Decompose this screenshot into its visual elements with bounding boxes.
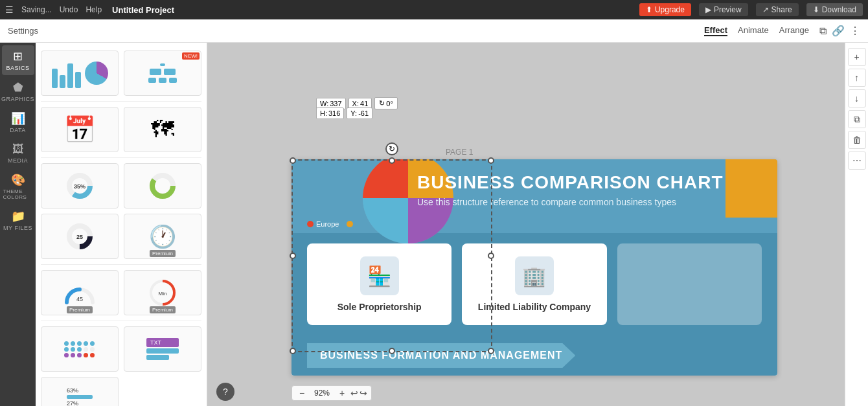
sidebar-item-basics[interactable]: ⊞ BASICS [2,45,34,75]
sidebar-item-media[interactable]: 🖼 MEDIA [2,139,34,168]
zoom-plus-button[interactable]: + [336,387,348,399]
donut-35-chart: 35% [65,172,94,200]
download-button[interactable]: ⬇ Download [806,3,863,16]
myfiles-icon: 📁 [11,209,25,223]
graphics-icon: ⬟ [13,80,23,95]
tab-effect[interactable]: Effect [704,25,727,36]
panel-item-gauge-dial[interactable]: Min Premium [124,270,201,315]
svg-text:35%: 35% [74,183,86,190]
more-options-button[interactable]: ⋮ [850,25,860,37]
legend-dot-europe [307,221,314,227]
height-box[interactable]: H: 316 [316,107,344,119]
tab-animate[interactable]: Animate [738,25,769,36]
data-icon: 📊 [11,111,25,126]
basics-icon: ⊞ [13,49,23,63]
dimension-bar-row2: H: 316 Y: -61 [316,107,372,119]
left-sidebar: ⊞ BASICS ⬟ GRAPHICS 📊 DATA 🖼 MEDIA 🎨 THE… [0,43,36,406]
header-text: BUSINESS COMPARISON CHART Use this struc… [307,172,762,207]
svg-text:Min: Min [159,291,167,297]
zoom-minus-button[interactable]: − [296,387,308,399]
panel-row-1: NEW! [41,48,201,98]
panel-item-dots[interactable] [41,326,119,372]
share-button[interactable]: ↗ Share [756,3,799,16]
panel-item-txt-bar[interactable]: TXT [124,326,201,372]
org-chart-preview [148,63,177,83]
sidebar-item-theme[interactable]: 🎨 THEME COLORS [2,169,34,204]
preview-button[interactable]: ▶ Preview [699,3,748,16]
saving-status: Saving... [21,5,52,14]
tab-arrange[interactable]: Arrange [779,25,809,36]
donut-green-chart [148,172,177,200]
bottom-arrow: BUSINESS FORMATION AND MANAGEMENT [307,343,575,368]
progress-preview: 63% 27% [67,387,93,406]
panel-item-progress-63-27[interactable]: 63% 27% [41,377,119,406]
help-button[interactable]: ? [216,383,234,401]
h-label: H: [320,109,327,117]
txt-bar-preview: TXT [146,338,179,360]
more-button[interactable]: ⋯ [848,152,866,170]
legend-label-europe: Europe [316,220,339,228]
panel-item-donut-35[interactable]: 35% [41,163,119,209]
zoom-bar: − 92% + ↩ ↪ [291,385,372,401]
card-sole-proprietorship[interactable]: 🏪 Sole Proprietorship [307,243,451,325]
menu-icon[interactable]: ☰ [5,5,14,15]
panel-item-calendar[interactable]: 📅 [41,107,119,152]
bottom-banner: BUSINESS FORMATION AND MANAGEMENT [291,335,777,376]
panel-item-donut-green[interactable] [124,163,201,209]
panel-item-clock[interactable]: 🕐 Premium [124,214,201,259]
panel-item-gauge-45[interactable]: 45 Premium [41,270,119,315]
canvas-area[interactable]: W: 337 X: 41 ↻ 0° H: 316 Y: -61 PAGE 1 [207,43,845,406]
help-button[interactable]: Help [86,5,102,14]
copy-button[interactable]: ⧉ [848,110,866,128]
gauge-dial-chart: Min [146,276,179,309]
gaugeDial-premium-badge: Premium [150,306,176,313]
sidebar-item-graphics[interactable]: ⬟ GRAPHICS [2,76,34,106]
y-pos-box[interactable]: Y: -61 [347,107,372,119]
copy-style-button[interactable]: ⧉ [819,25,827,37]
bottom-title: BUSINESS FORMATION AND MANAGEMENT [320,350,562,361]
upgrade-button[interactable]: ⬆ Upgrade [639,3,691,16]
undo-button[interactable]: Undo [60,5,78,14]
link-button[interactable]: 🔗 [832,25,845,37]
panel-divider-2 [41,157,201,158]
preview-icon: ▶ [705,5,711,14]
y-value: -61 [358,109,369,117]
panel-item-world-map[interactable]: 🗺 [124,107,201,152]
panel-row-4: 45 Premium Min Premium [41,267,201,318]
svg-text:25: 25 [76,234,83,240]
rotate-handle[interactable]: ↻ [385,142,398,155]
rotate-box[interactable]: ↻ 0° [374,97,398,109]
gauge-45-chart: 45 [63,276,96,309]
toolbar-tabs: Effect Animate Arrange [704,25,809,36]
undo-redo-redo[interactable]: ↪ [360,388,367,398]
panel-row-5: TXT 63% 27% [41,324,201,406]
sidebar-item-data[interactable]: 📊 DATA [2,107,34,137]
move-up-button[interactable]: ↑ [848,69,866,87]
sidebar-item-myfiles[interactable]: 📁 MY FILES [2,205,34,235]
panel-divider-4 [41,321,201,321]
right-toolbar: + ↑ ↓ ⧉ 🗑 ⋯ [845,43,868,406]
delete-button[interactable]: 🗑 [848,131,866,149]
panel-item-bar-pie[interactable] [41,51,119,96]
add-element-button[interactable]: + [848,48,866,66]
panel-item-org-chart[interactable]: NEW! [124,51,201,96]
clock-icon: 🕐 [149,223,176,249]
project-title[interactable]: Untitled Project [112,5,174,15]
card-llc[interactable]: 🏢 Limited Liability Company [462,243,606,325]
infographic-header: BUSINESS COMPARISON CHART Use this struc… [291,159,777,218]
new-badge: NEW! [182,52,200,60]
building-icon: 🏢 [515,256,554,295]
panel-row-2: 📅 🗺 [41,104,201,155]
infographic-subtitle: Use this structure reference to compare … [417,197,762,207]
share-icon: ↗ [762,5,769,14]
move-down-button[interactable]: ↓ [848,89,866,107]
h-value: 316 [328,109,340,117]
upgrade-icon: ⬆ [646,5,652,14]
toolbar-icon-group: ⧉ 🔗 ⋮ [819,25,860,37]
infographic-card: BUSINESS COMPARISON CHART Use this struc… [291,159,777,376]
undo-redo-undo[interactable]: ↩ [350,388,358,398]
dots-pattern [64,341,95,357]
sale-register-icon: 🏪 [360,256,399,295]
panel-item-donut-25[interactable]: 25 [41,214,119,259]
panel-divider-1 [41,101,201,102]
